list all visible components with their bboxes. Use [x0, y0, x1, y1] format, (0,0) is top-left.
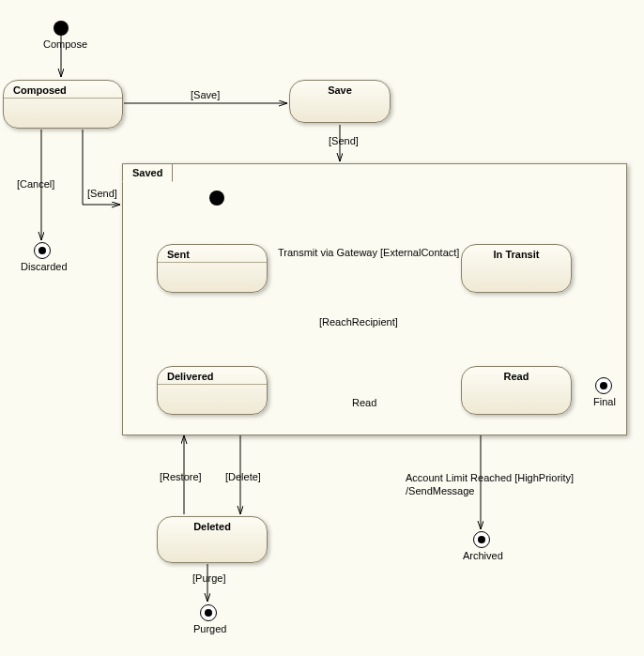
transition-purge-label: [Purge]	[192, 572, 225, 584]
state-save[interactable]: Save	[289, 80, 391, 123]
state-deleted[interactable]: Deleted	[157, 516, 268, 563]
state-save-title: Save	[290, 81, 390, 98]
initial-label: Compose	[43, 38, 87, 50]
final-read	[595, 377, 612, 394]
transition-read-label: Read	[352, 397, 376, 408]
state-read[interactable]: Read	[461, 366, 572, 415]
transition-restore-label: [Restore]	[160, 471, 202, 482]
state-delivered[interactable]: Delivered	[157, 366, 268, 415]
final-purged-label: Purged	[193, 623, 226, 634]
state-composed-title: Composed	[4, 81, 122, 99]
state-deleted-title: Deleted	[158, 517, 267, 534]
state-sent[interactable]: Sent	[157, 244, 268, 293]
state-sent-title: Sent	[158, 245, 267, 263]
initial-node	[54, 21, 69, 36]
final-read-label: Final	[593, 396, 616, 407]
transition-send-from-save-label: [Send]	[329, 135, 359, 146]
final-archived	[473, 531, 490, 548]
state-delivered-title: Delivered	[158, 367, 267, 385]
state-machine-diagram: Compose Composed Save [Save] [Send] [Can…	[0, 0, 644, 656]
state-read-title: Read	[462, 367, 571, 384]
saved-initial-node	[209, 191, 224, 206]
transition-reach-label: [ReachRecipient]	[319, 316, 398, 328]
state-intransit-title: In Transit	[462, 245, 571, 262]
transition-save-label: [Save]	[191, 89, 220, 100]
final-discarded	[34, 242, 51, 259]
transition-account-label: Account Limit Reached [HighPriority] /Se…	[406, 471, 574, 498]
final-discarded-label: Discarded	[21, 261, 68, 272]
state-intransit[interactable]: In Transit	[461, 244, 572, 293]
state-composed[interactable]: Composed	[3, 80, 123, 129]
transition-send-from-composed-label: [Send]	[87, 188, 117, 199]
state-saved-title: Saved	[122, 163, 173, 182]
transition-delete-label: [Delete]	[225, 471, 261, 482]
transition-cancel-label: [Cancel]	[17, 178, 54, 190]
final-archived-label: Archived	[463, 550, 503, 561]
transition-transmit-label: Transmit via Gateway [ExternalContact]	[278, 247, 459, 258]
final-purged	[200, 604, 217, 621]
